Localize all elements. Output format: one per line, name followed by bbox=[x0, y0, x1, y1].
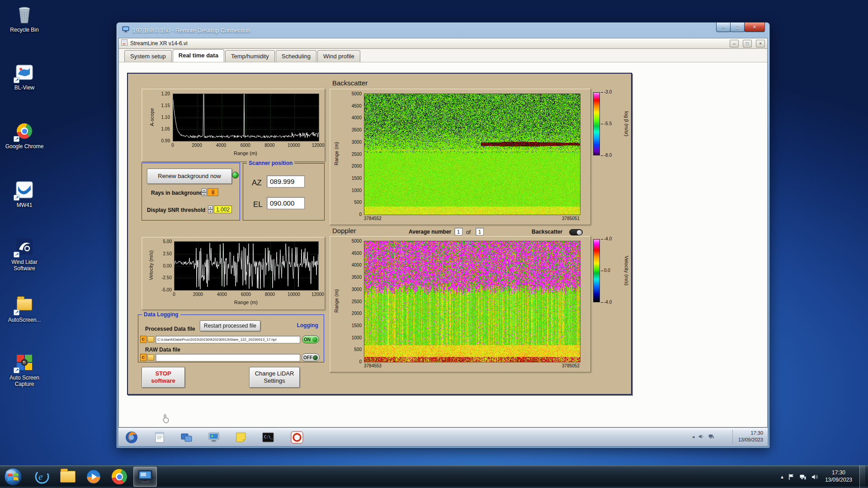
doppler-colorbar-tick: -4.0 bbox=[601, 300, 612, 305]
start-button[interactable] bbox=[3, 466, 24, 487]
remote-volume-icon[interactable] bbox=[698, 433, 704, 440]
folder-icon: ↗ bbox=[14, 295, 34, 314]
backscatter-ytick: 3000 bbox=[342, 140, 362, 145]
remote-clock[interactable]: 17:30 13/09/2023 bbox=[732, 430, 763, 444]
desktop-icon-auto-screen-capture[interactable]: ↗ Auto Screen Capture bbox=[2, 352, 47, 388]
chrome-icon: ↗ bbox=[14, 121, 34, 141]
desktop-icon-label: AutoScreen... bbox=[8, 317, 41, 323]
backscatter-ytick: 3500 bbox=[342, 127, 362, 132]
velocity-xtick: 4000 bbox=[213, 292, 231, 297]
taskbar-rdp-button-active[interactable] bbox=[133, 467, 157, 487]
off-label: OFF bbox=[303, 355, 312, 360]
data-logging-title: Data Logging bbox=[142, 311, 180, 318]
tab[interactable]: Scheduling bbox=[276, 50, 316, 62]
backscatter-graph: 5000450040003500300025002000150010005000… bbox=[330, 89, 591, 225]
background-controls-box: Renew background now Rays in background … bbox=[142, 163, 240, 221]
desktop-icon-wind-lidar[interactable]: ↗ Wind Lidar Software bbox=[2, 237, 47, 272]
backscatter-ytick: 2500 bbox=[342, 152, 362, 157]
doppler-ytick: 1500 bbox=[342, 323, 362, 328]
az-value-field[interactable]: 089.999 bbox=[267, 175, 305, 188]
processed-path-field[interactable]: C:\LidarA\Data\Proc\2023\202309\20230913… bbox=[156, 336, 300, 343]
backscatter-plot bbox=[364, 94, 580, 215]
rays-value-field[interactable]: 8 bbox=[208, 188, 218, 196]
show-desktop-button[interactable] bbox=[859, 465, 865, 488]
remote-display-icon[interactable] bbox=[207, 431, 221, 444]
taskbar-chrome-button[interactable] bbox=[108, 467, 131, 487]
rdp-minimize-button[interactable]: – bbox=[716, 23, 731, 32]
change-lidar-settings-button[interactable]: Change LiDAR Settings bbox=[249, 367, 300, 388]
browse-folder-icon[interactable] bbox=[147, 336, 154, 343]
doppler-title: Doppler bbox=[332, 227, 356, 235]
ascope-xtick: 10000 bbox=[285, 143, 303, 148]
network-icon[interactable] bbox=[799, 474, 807, 480]
snr-threshold-label: Display SNR threshold bbox=[147, 207, 205, 213]
desktop-icon-label: Google Chrome bbox=[5, 143, 44, 150]
remote-network-icon[interactable] bbox=[708, 433, 714, 440]
raw-path-field[interactable] bbox=[156, 354, 300, 361]
raw-logging-off-toggle[interactable]: OFF bbox=[302, 353, 320, 361]
remote-start-button[interactable] bbox=[125, 431, 138, 444]
doppler-x-start: 3784553 bbox=[364, 363, 382, 368]
desktop-icon-autoscreen-folder[interactable]: ↗ AutoScreen... bbox=[2, 295, 47, 323]
desktop-icon-mw41[interactable]: ↗ MW41 bbox=[2, 180, 47, 208]
ascope-xtick: 4000 bbox=[212, 143, 230, 148]
action-center-flag-icon[interactable] bbox=[788, 474, 795, 480]
average-total-field[interactable]: 1 bbox=[476, 228, 484, 235]
el-value-field[interactable]: 090.000 bbox=[267, 197, 305, 209]
taskbar-explorer-button[interactable] bbox=[56, 467, 80, 487]
doppler-backscatter-toggle[interactable] bbox=[569, 229, 583, 235]
tab[interactable]: Temp/humidity bbox=[225, 50, 275, 62]
rays-in-background-label: Rays in background bbox=[151, 190, 203, 196]
rays-spinner[interactable]: ▲▼ bbox=[202, 188, 207, 196]
desktop-icon-label: Wind Lidar Software bbox=[2, 259, 47, 272]
average-number-field[interactable]: 1 bbox=[454, 228, 462, 235]
remote-terminal-icon[interactable]: C:\_ bbox=[261, 431, 275, 444]
stop-software-button[interactable]: STOP software bbox=[142, 367, 185, 388]
volume-icon[interactable] bbox=[811, 474, 818, 480]
desktop-icon-recycle-bin[interactable]: Recycle Bin bbox=[2, 5, 47, 33]
backscatter-ytick: 0 bbox=[342, 212, 362, 217]
remote-desktop-icon bbox=[122, 26, 129, 34]
remote-date: 13/09/2023 bbox=[738, 437, 763, 442]
browse-folder-icon[interactable] bbox=[147, 354, 154, 361]
velocity-xtick: 8000 bbox=[261, 292, 279, 297]
recycle-bin-icon bbox=[14, 5, 34, 24]
desktop-icon-chrome[interactable]: ↗ Google Chrome bbox=[2, 121, 47, 150]
processed-logging-on-toggle[interactable]: ON bbox=[302, 335, 319, 343]
svg-text:e: e bbox=[38, 471, 43, 482]
desktop-icon-label: Recycle Bin bbox=[10, 27, 38, 33]
remote-notes-icon[interactable] bbox=[234, 431, 248, 444]
renew-background-button[interactable]: Renew background now bbox=[147, 169, 232, 184]
restart-processed-file-button[interactable]: Restart processed file bbox=[200, 320, 260, 331]
remote-notepad-icon[interactable] bbox=[153, 431, 166, 444]
data-logging-box: Data Logging Processed Data file Restart… bbox=[138, 314, 324, 362]
backscatter-ylabel: Range (m) bbox=[333, 122, 340, 185]
tab[interactable]: Wind profile bbox=[317, 50, 360, 62]
app-titlebar[interactable]: StreamLine XR v14-6.vi – □ × bbox=[119, 38, 767, 49]
rdp-maximize-button[interactable]: □ bbox=[730, 23, 745, 32]
remote-windows-icon[interactable] bbox=[180, 431, 193, 444]
taskbar-ie-button[interactable]: e bbox=[30, 467, 54, 487]
tab[interactable]: System setup bbox=[124, 50, 172, 62]
backscatter-ytick: 500 bbox=[342, 200, 362, 205]
host-clock[interactable]: 17:30 13/09/2023 bbox=[825, 469, 852, 483]
remote-stop-app-icon[interactable] bbox=[290, 431, 304, 444]
tray-expand-arrow-icon[interactable]: ▴ bbox=[781, 474, 783, 480]
tab[interactable]: Real time data bbox=[173, 49, 224, 62]
rdp-titlebar[interactable]: 192.168.0.150 - Remote Desktop Connectio… bbox=[117, 23, 769, 38]
snr-spinner[interactable]: ▲▼ bbox=[208, 206, 213, 213]
velocity-xtick: 2000 bbox=[189, 292, 207, 297]
taskbar-media-player-button[interactable] bbox=[82, 467, 105, 487]
remote-tray-arrow-icon[interactable]: ◂ bbox=[692, 434, 694, 439]
desktop-icon-bl-view[interactable]: ↗ BL-View bbox=[2, 62, 47, 91]
app-restore-button[interactable]: □ bbox=[743, 40, 752, 47]
backscatter-colorbar-tick: -5.5 bbox=[601, 121, 612, 126]
app-minimize-button[interactable]: – bbox=[730, 40, 739, 47]
system-tray: ▴ 17:30 13/09/2023 bbox=[781, 465, 868, 488]
snr-value-field[interactable]: 1.002 bbox=[214, 206, 232, 213]
host-taskbar: e ▴ 17:30 13/09/2023 bbox=[0, 465, 868, 488]
rdp-close-button[interactable]: × bbox=[744, 23, 765, 32]
app-close-button[interactable]: × bbox=[756, 40, 765, 47]
scanner-position-title: Scanner position bbox=[247, 160, 294, 166]
ascope-xlabel: Range (m) bbox=[173, 150, 318, 156]
